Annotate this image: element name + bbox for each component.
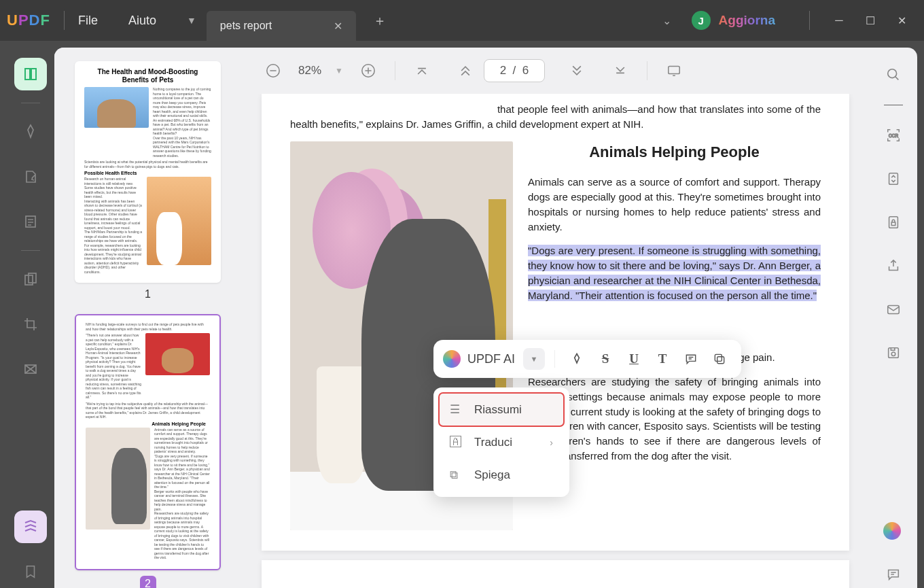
highlight-tool-button[interactable] [14,116,47,148]
redact-tool-button[interactable] [14,353,47,385]
note-button[interactable] [679,347,703,371]
ai-selection-toolbar: UPDF AI ▼ S U T [433,340,741,378]
user-avatar[interactable]: J [692,11,711,30]
document-tab[interactable]: pets report ✕ [207,11,356,41]
organize-pages-button[interactable] [14,263,47,296]
paragraph: Animals can serve as a source of comfort… [528,175,821,234]
ai-assistant-button[interactable] [880,517,907,544]
thumbnail-panel: The Health and Mood-Boosting Benefits of… [54,48,241,588]
thumbnail-page-number: 2 [140,576,156,589]
paragraph: Researchers are studying the safety of b… [528,375,821,464]
image-placeholder [145,333,210,375]
image-placeholder [147,177,211,265]
article-heading: Animals Helping People [528,141,821,163]
chevron-right-icon: › [550,437,553,448]
svg-rect-11 [891,222,895,226]
document-toolbar: 82% ▼ [241,48,870,94]
list-icon: ☰ [450,402,463,417]
thumbnail-page-number: 1 [63,288,233,300]
search-button[interactable] [880,61,907,88]
copy-button[interactable] [707,347,732,371]
zoom-level: 82% [298,64,321,77]
strikethrough-button[interactable]: S [593,347,618,371]
svg-point-14 [891,352,895,356]
window-close-icon[interactable]: ✕ [886,10,917,31]
crop-tool-button[interactable] [14,308,47,341]
ai-dropdown-menu: ☰ Riassumi 🄰 Traduci › ⧉ Spiega [433,387,569,497]
ai-menu-summarize[interactable]: ☰ Riassumi [439,393,564,426]
menu-file[interactable]: File [78,14,98,28]
paragraph: that people feel with animals—and how th… [290,102,821,132]
more-dropdown-icon[interactable]: ⌄ [662,14,671,27]
svg-rect-15 [717,357,724,364]
svg-rect-12 [888,306,900,314]
presentation-button[interactable] [662,59,686,82]
page-input[interactable] [484,59,545,82]
bookmark-button[interactable] [14,555,47,588]
thumbnails-panel-button[interactable] [14,511,47,543]
protect-button[interactable] [880,209,907,236]
image-placeholder [84,87,149,128]
ocr-button[interactable]: OCR [880,122,907,149]
divider [64,11,65,30]
zoom-in-button[interactable] [357,59,380,82]
tab-close-icon[interactable]: ✕ [334,20,342,33]
thumbnail-page-1[interactable]: The Health and Mood-Boosting Benefits of… [75,61,221,283]
divider [809,11,810,30]
tab-list-dropdown[interactable]: ▼ [187,15,196,26]
tab-add-button[interactable]: ＋ [373,12,387,30]
ai-menu-explain[interactable]: ⧉ Spiega [439,459,564,491]
image-placeholder [86,428,150,530]
save-button[interactable] [880,339,907,366]
upgrade-button[interactable]: Aggiorna [719,13,775,28]
prev-page-button[interactable] [454,59,477,82]
ai-dropdown-button[interactable]: ▼ [523,348,545,370]
app-logo: UPDF [7,12,50,29]
zoom-out-button[interactable] [262,59,285,82]
svg-rect-9 [889,173,898,185]
svg-rect-6 [669,67,680,74]
next-page-button[interactable] [565,59,588,82]
updf-ai-logo-icon [443,350,461,368]
zoom-dropdown-icon[interactable]: ▼ [335,66,343,75]
right-toolbar: OCR [870,48,917,588]
ai-label: UPDF AI [467,352,515,366]
convert-button[interactable] [880,165,907,192]
thumbnail-page-2[interactable]: NIH is funding large-scale surveys to fi… [75,314,221,570]
window-maximize-icon[interactable]: ☐ [855,10,886,31]
title-bar: UPDF File Aiuto ▼ pets report ✕ ＋ ⌄ J Ag… [0,0,924,41]
email-button[interactable] [880,296,907,323]
svg-text:OCR: OCR [889,133,899,138]
ai-menu-translate[interactable]: 🄰 Traduci › [439,426,564,459]
left-toolbar [7,48,54,588]
menu-help[interactable]: Aiuto [128,14,156,28]
window-minimize-icon[interactable]: ─ [823,10,855,31]
svg-point-7 [888,69,897,78]
tab-title: pets report [220,20,320,32]
translate-icon: 🄰 [450,436,463,449]
first-page-button[interactable] [410,59,433,82]
underline-button[interactable]: U [622,347,646,371]
page-tool-button[interactable] [14,205,47,238]
explain-icon: ⧉ [450,468,463,482]
paragraph-highlighted[interactable]: "Dogs are very present. If someone is st… [528,243,821,302]
reader-mode-button[interactable] [14,58,47,90]
edit-tool-button[interactable] [14,160,47,193]
document-page [262,560,849,589]
last-page-button[interactable] [609,59,632,82]
squiggle-button[interactable]: T [650,347,675,371]
share-button[interactable] [880,252,907,279]
svg-rect-16 [715,354,722,361]
comment-panel-button[interactable] [880,561,907,588]
highlight-button[interactable] [565,347,589,371]
